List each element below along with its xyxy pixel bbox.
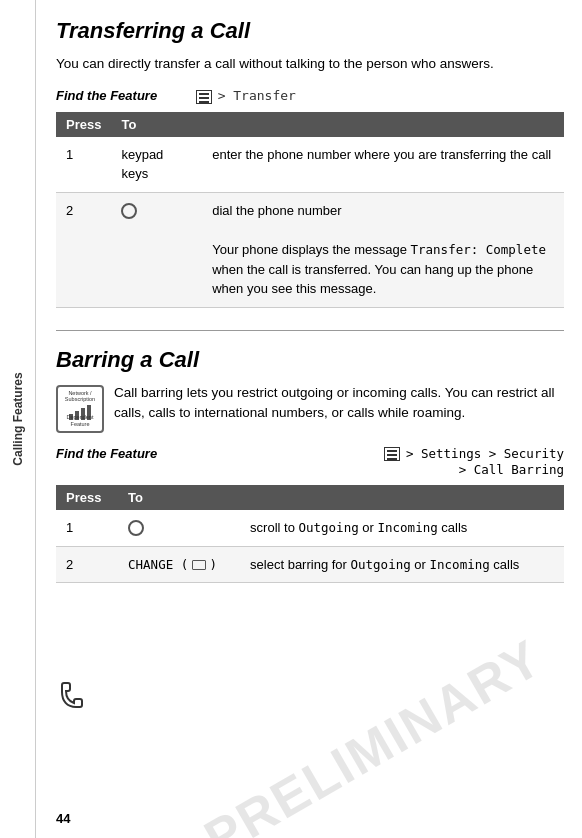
section2-path-line2: > Call Barring bbox=[459, 462, 564, 477]
row2-press-num: 2 bbox=[56, 192, 111, 307]
outgoing-text2: Outgoing bbox=[351, 557, 411, 572]
section1-table-header-press: Press bbox=[56, 112, 111, 137]
section2-find-feature-label: Find the Feature bbox=[56, 446, 186, 461]
page-number: 44 bbox=[56, 811, 70, 826]
scroll-circle-icon bbox=[128, 520, 144, 536]
s2-row2-press-num: 2 bbox=[56, 546, 118, 583]
section2-path-line1: > Settings > Security bbox=[406, 446, 564, 461]
network-bottom-text: Dependent Feature bbox=[58, 414, 102, 427]
section-divider bbox=[56, 330, 564, 331]
table-row: 2 CHANGE ( ) select barring for Outgoing… bbox=[56, 546, 564, 583]
section2-find-feature: Find the Feature > Settings > Security >… bbox=[56, 445, 564, 477]
section1-table: Press To 1 keypad keys enter the phone n… bbox=[56, 112, 564, 308]
network-top-text: Network / Subscription bbox=[58, 390, 102, 403]
incoming-text2: Incoming bbox=[430, 557, 490, 572]
sidebar-label: Calling Features bbox=[11, 372, 25, 465]
row1-to: enter the phone number where you are tra… bbox=[202, 137, 564, 193]
section1-table-header-to: To bbox=[111, 112, 564, 137]
softkey-icon bbox=[192, 560, 206, 570]
section2-find-feature-path-block: > Settings > Security > Call Barring bbox=[196, 445, 564, 477]
network-badge: Network / Subscription Dependent Feature bbox=[56, 385, 104, 433]
row2-press-detail bbox=[111, 192, 202, 307]
s2-row2-to: select barring for Outgoing or Incoming … bbox=[240, 546, 564, 583]
section1-find-feature: Find the Feature > Transfer bbox=[56, 88, 564, 104]
s2-row2-press-detail: CHANGE ( ) bbox=[118, 546, 240, 583]
menu-icon-2 bbox=[384, 447, 400, 461]
row2-to: dial the phone number Your phone display… bbox=[202, 192, 564, 307]
section2-title: Barring a Call bbox=[56, 347, 564, 373]
main-content: Transferring a Call You can directly tra… bbox=[36, 0, 582, 838]
s2-row1-to: scroll to Outgoing or Incoming calls bbox=[240, 510, 564, 546]
table-row: 1 scroll to Outgoing or Incoming calls bbox=[56, 510, 564, 546]
section1-title: Transferring a Call bbox=[56, 18, 564, 44]
section2-table: Press To 1 scroll to Outgoing or Incomin… bbox=[56, 485, 564, 584]
network-badge-inner: Network / Subscription Dependent Feature bbox=[56, 385, 104, 433]
change-label: CHANGE ( bbox=[128, 557, 188, 572]
watermark: PRELIMINARY bbox=[194, 627, 552, 838]
row1-press-detail: keypad keys bbox=[111, 137, 202, 193]
phone-icon bbox=[54, 679, 90, 715]
section2-desc: Call barring lets you restrict outgoing … bbox=[114, 383, 564, 424]
section1-find-feature-label: Find the Feature bbox=[56, 88, 186, 103]
row1-press-num: 1 bbox=[56, 137, 111, 193]
phone-icon-container bbox=[54, 679, 90, 718]
s2-row1-press-num: 1 bbox=[56, 510, 118, 546]
section2-table-header-to: To bbox=[118, 485, 564, 510]
section1-desc: You can directly transfer a call without… bbox=[56, 54, 564, 74]
transfer-complete-text: Transfer: Complete bbox=[411, 242, 546, 257]
incoming-text: Incoming bbox=[378, 520, 438, 535]
menu-icon-1 bbox=[196, 90, 212, 104]
section2-table-header-press: Press bbox=[56, 485, 118, 510]
change-label-close: ) bbox=[210, 557, 218, 572]
table-row: 1 keypad keys enter the phone number whe… bbox=[56, 137, 564, 193]
sidebar: Calling Features bbox=[0, 0, 36, 838]
table-row: 2 dial the phone number Your phone displ… bbox=[56, 192, 564, 307]
s2-row1-press-detail bbox=[118, 510, 240, 546]
section2-intro-area: Network / Subscription Dependent Feature… bbox=[56, 383, 564, 433]
section1-path-text: > Transfer bbox=[218, 88, 296, 103]
section1-find-feature-path: > Transfer bbox=[196, 88, 296, 104]
outgoing-text: Outgoing bbox=[298, 520, 358, 535]
send-circle-icon bbox=[121, 203, 137, 219]
